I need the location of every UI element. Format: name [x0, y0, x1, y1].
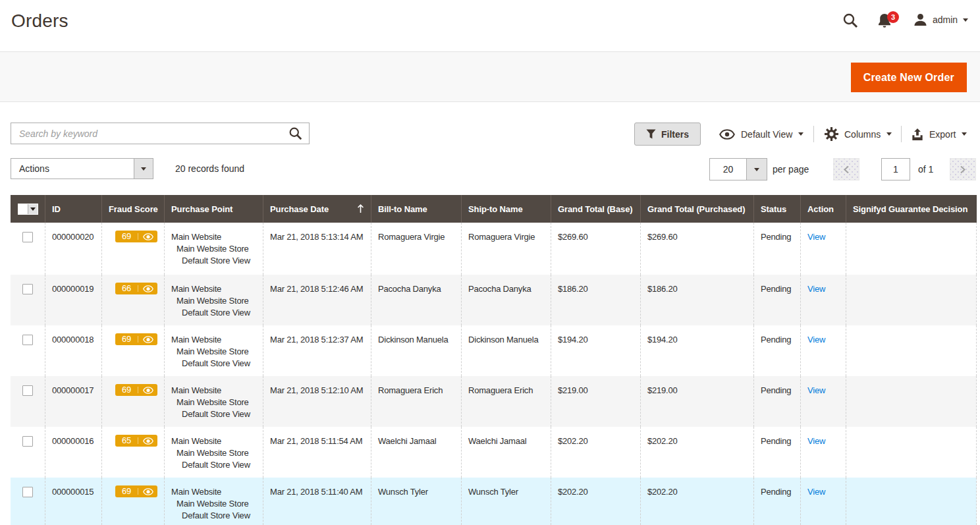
- fraud-score-value: 69: [115, 231, 138, 242]
- table-row[interactable]: 000000018 69 Main Website Main Website S…: [11, 325, 977, 376]
- column-header-select-all: [11, 195, 45, 223]
- cell-grand-total-purchased: $202.20: [647, 487, 678, 497]
- cell-purchase-point: Main Website Main Website Store Default …: [164, 376, 263, 427]
- cell-ship-to-name: Dickinson Manuela: [468, 335, 538, 345]
- column-header-purchase-date[interactable]: Purchase Date: [263, 195, 371, 223]
- select-all-control[interactable]: [18, 204, 38, 215]
- cell-purchase-point: Main Website Main Website Store Default …: [164, 223, 263, 275]
- fraud-score-badge[interactable]: 69: [115, 231, 157, 242]
- create-new-order-button[interactable]: Create New Order: [851, 63, 967, 92]
- badge-divider: [138, 336, 138, 343]
- fraud-score-badge[interactable]: 65: [115, 435, 157, 447]
- admin-menu-button[interactable]: admin: [913, 12, 968, 28]
- view-order-link[interactable]: View: [807, 436, 825, 446]
- keyword-search-box: [11, 123, 310, 144]
- cell-id: 000000019: [52, 284, 94, 294]
- column-header-action[interactable]: Action: [800, 195, 846, 223]
- orders-admin-page: Orders 3 admin Create New Order Filters …: [0, 0, 980, 525]
- purchase-point-website: Main Website: [171, 385, 256, 397]
- table-header-row: ID Fraud Score Purchase Point Purchase D…: [11, 195, 977, 223]
- table-row[interactable]: 000000019 66 Main Website Main Website S…: [11, 275, 977, 325]
- purchase-point-store: Main Website Store: [171, 498, 256, 510]
- select-all-caret-box[interactable]: [28, 204, 38, 214]
- global-search-button[interactable]: [842, 13, 858, 28]
- row-checkbox[interactable]: [22, 385, 33, 396]
- column-header-label: Purchase Date: [270, 204, 329, 214]
- select-caret-box: [134, 159, 153, 179]
- filters-label: Filters: [661, 129, 689, 140]
- export-label: Export: [929, 129, 956, 140]
- chevron-down-icon: [886, 132, 892, 136]
- next-page-button[interactable]: [950, 158, 976, 180]
- view-order-link[interactable]: View: [807, 335, 825, 345]
- previous-page-button[interactable]: [833, 158, 859, 180]
- column-header-id[interactable]: ID: [45, 195, 101, 223]
- column-header-fraud-score[interactable]: Fraud Score: [101, 195, 164, 223]
- notifications-badge: 3: [887, 11, 899, 23]
- column-header-grand-total-purchased[interactable]: Grand Total (Purchased): [640, 195, 753, 223]
- row-checkbox[interactable]: [22, 232, 33, 242]
- row-checkbox[interactable]: [22, 284, 33, 294]
- cell-ship-to-name: Pacocha Danyka: [468, 284, 531, 294]
- cell-bill-to-name: Wunsch Tyler: [378, 487, 428, 497]
- cell-bill-to-name: Romaguera Virgie: [378, 232, 445, 242]
- orders-table: ID Fraud Score Purchase Point Purchase D…: [11, 195, 977, 525]
- purchase-point-website: Main Website: [171, 231, 256, 243]
- column-header-ship-to-name[interactable]: Ship-to Name: [461, 195, 551, 223]
- column-header-grand-total-base[interactable]: Grand Total (Base): [551, 195, 640, 223]
- notifications-button[interactable]: 3: [877, 12, 900, 29]
- fraud-score-badge[interactable]: 69: [115, 333, 157, 345]
- view-bookmarks-control[interactable]: Default View: [719, 123, 803, 146]
- fraud-score-badge[interactable]: 69: [115, 485, 157, 497]
- cell-id: 000000018: [52, 335, 94, 345]
- badge-divider: [138, 233, 138, 240]
- view-order-link[interactable]: View: [807, 487, 825, 497]
- search-submit-button[interactable]: [288, 126, 302, 140]
- cell-id: 000000020: [52, 232, 94, 242]
- cell-status: Pending: [761, 436, 791, 446]
- admin-username: admin: [933, 14, 958, 25]
- row-checkbox[interactable]: [22, 335, 33, 345]
- fraud-score-badge[interactable]: 66: [115, 283, 157, 294]
- column-header-bill-to-name[interactable]: Bill-to Name: [371, 195, 461, 223]
- row-checkbox[interactable]: [22, 487, 33, 497]
- table-row[interactable]: 000000016 65 Main Website Main Website S…: [11, 427, 977, 478]
- cell-grand-total-purchased: $194.20: [647, 335, 678, 345]
- filters-button[interactable]: Filters: [634, 123, 701, 146]
- mass-actions-select[interactable]: Actions: [11, 158, 153, 179]
- table-row[interactable]: 000000020 69 Main Website Main Website S…: [11, 223, 977, 275]
- fraud-score-badge[interactable]: 69: [115, 384, 157, 396]
- page-actions-bar: Create New Order: [0, 51, 980, 102]
- column-header-purchase-point[interactable]: Purchase Point: [164, 195, 263, 223]
- purchase-point-website: Main Website: [171, 486, 256, 498]
- cell-purchase-point: Main Website Main Website Store Default …: [164, 325, 263, 376]
- current-page-input[interactable]: [881, 158, 910, 180]
- cell-grand-total-base: $186.20: [558, 284, 588, 294]
- cell-purchase-date: Mar 21, 2018 5:12:46 AM: [270, 284, 363, 294]
- gear-icon: [825, 127, 838, 141]
- column-header-signifyd-guarantee-decision[interactable]: Signifyd Guarantee Decision: [846, 195, 977, 223]
- chevron-right-icon: [959, 165, 967, 175]
- cell-bill-to-name: Dickinson Manuela: [378, 335, 448, 345]
- cell-id: 000000016: [52, 436, 94, 446]
- export-control[interactable]: Export: [912, 123, 967, 146]
- column-header-status[interactable]: Status: [753, 195, 800, 223]
- table-row[interactable]: 000000015 69 Main Website Main Website S…: [11, 478, 977, 525]
- row-checkbox[interactable]: [22, 436, 33, 447]
- select-all-checkbox[interactable]: [18, 204, 28, 214]
- chevron-down-icon: [30, 207, 36, 211]
- cell-status: Pending: [761, 487, 791, 497]
- cell-grand-total-base: $219.00: [558, 385, 588, 395]
- cell-grand-total-purchased: $202.20: [647, 436, 678, 446]
- search-input[interactable]: [11, 123, 310, 144]
- sort-ascending-icon: [357, 204, 364, 213]
- per-page-value: 20: [710, 159, 746, 180]
- columns-control[interactable]: Columns: [825, 123, 892, 146]
- view-order-link[interactable]: View: [807, 284, 825, 294]
- cell-bill-to-name: Waelchi Jamaal: [378, 436, 436, 446]
- per-page-select[interactable]: 20: [709, 158, 767, 180]
- view-order-link[interactable]: View: [807, 232, 825, 242]
- cell-status: Pending: [761, 335, 791, 345]
- view-order-link[interactable]: View: [807, 385, 825, 395]
- table-row[interactable]: 000000017 69 Main Website Main Website S…: [11, 376, 977, 427]
